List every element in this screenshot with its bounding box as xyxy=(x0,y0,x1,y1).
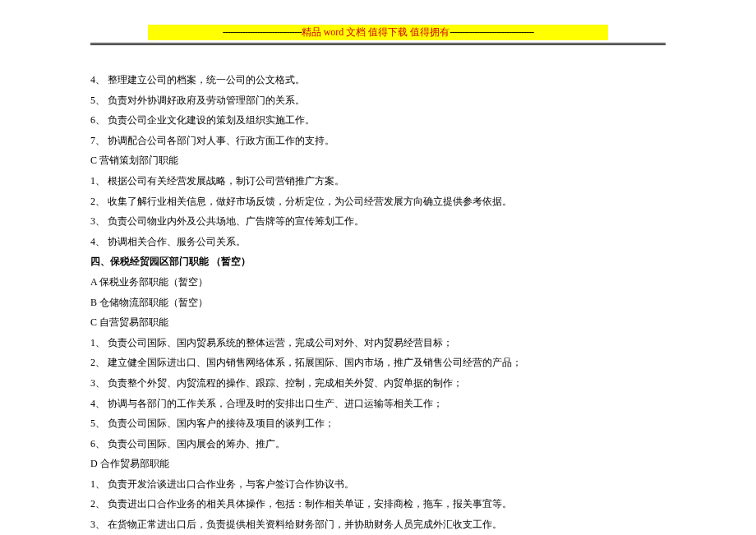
document-page: --------------------------------精品 word … xyxy=(0,0,756,535)
banner-dash-left: -------------------------------- xyxy=(223,26,302,38)
horizontal-rule-top1 xyxy=(90,43,666,44)
body-line: 7、 协调配合公司各部门对人事、行政方面工作的支持。 xyxy=(90,131,666,151)
body-line: 6、 负责公司国际、国内展会的筹办、推广。 xyxy=(90,434,666,454)
body-line: C 营销策划部门职能 xyxy=(90,150,666,171)
body-line: 2、 建立健全国际进出口、国内销售网络体系，拓展国际、国内市场，推广及销售公司经… xyxy=(90,353,666,373)
body-line: 5、 负责公司国际、国内客户的接待及项目的谈判工作； xyxy=(90,413,666,434)
body-line: 4、 协调与各部门的工作关系，合理及时的安排出口生产、进口运输等相关工作； xyxy=(90,394,666,414)
horizontal-rule-top2 xyxy=(90,44,666,45)
banner-dash-right: ---------------------------------- xyxy=(449,26,533,38)
body-line: 1、 根据公司有关经营发展战略，制订公司营销推广方案。 xyxy=(90,171,666,191)
body-line: 4、 整理建立公司的档案，统一公司的公文格式。 xyxy=(90,70,666,90)
banner-text-word: word xyxy=(324,26,344,38)
body-line: 3、 在货物正常进出口后，负责提供相关资料给财务部门，并协助财务人员完成外汇收支… xyxy=(90,514,666,535)
body-line: 3、 负责整个外贸、内贸流程的操作、跟踪、控制，完成相关外贸、内贸单据的制作； xyxy=(90,373,666,394)
document-body: 4、 整理建立公司的档案，统一公司的公文格式。 5、 负责对外协调好政府及劳动管… xyxy=(90,70,666,535)
banner-text-prefix: 精品 xyxy=(302,26,324,38)
banner-text-suffix: 文档 值得下载 值得拥有 xyxy=(343,26,449,38)
section-title-4: 四、保税经贸园区部门职能 （暂空） xyxy=(90,251,666,272)
body-line: C 自营贸易部职能 xyxy=(90,312,666,333)
body-line: 5、 负责对外协调好政府及劳动管理部门的关系。 xyxy=(90,90,666,111)
body-line: 4、 协调相关合作、服务公司关系。 xyxy=(90,232,666,252)
body-line: B 仓储物流部职能（暂空） xyxy=(90,293,666,313)
body-line: 2、 负责进出口合作业务的相关具体操作，包括：制作相关单证，安排商检，拖车，报关… xyxy=(90,494,666,514)
body-line: 1、 负责公司国际、国内贸易系统的整体运营，完成公司对外、对内贸易经营目标； xyxy=(90,333,666,353)
body-line: 3、 负责公司物业内外及公共场地、广告牌等的宣传筹划工作。 xyxy=(90,211,666,232)
body-line: 2、 收集了解行业相关信息，做好市场反馈，分析定位，为公司经营发展方向确立提供参… xyxy=(90,191,666,212)
body-line: D 合作贸易部职能 xyxy=(90,454,666,474)
header-banner: --------------------------------精品 word … xyxy=(148,25,608,40)
body-line: 6、 负责公司企业文化建设的策划及组织实施工作。 xyxy=(90,110,666,131)
body-line: A 保税业务部职能（暂空） xyxy=(90,272,666,293)
body-line: 1、 负责开发洽谈进出口合作业务，与客户签订合作协议书。 xyxy=(90,474,666,495)
